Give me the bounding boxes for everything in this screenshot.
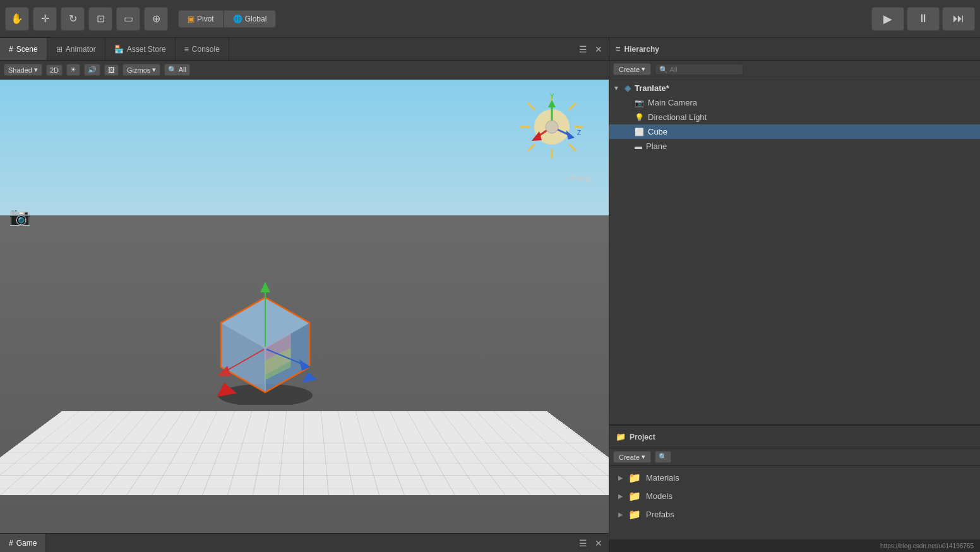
bottom-tab-close-icon[interactable]: ✕ bbox=[592, 537, 605, 549]
scene-tab-bar: # Scene ⊞ Animator 🏪 Asset Store ≡ Conso… bbox=[0, 38, 609, 61]
pivot-label: Pivot bbox=[197, 15, 214, 23]
scene-panel: # Scene ⊞ Animator 🏪 Asset Store ≡ Conso… bbox=[0, 38, 609, 552]
search-scene-button[interactable]: 🔍 All bbox=[164, 64, 190, 76]
svg-text:Y: Y bbox=[550, 93, 554, 100]
hierarchy-create-arrow-icon: ▾ bbox=[642, 65, 645, 73]
animator-tab-icon: ⊞ bbox=[56, 45, 63, 54]
cube-svg bbox=[208, 279, 322, 405]
top-toolbar: ✋ ✛ ↻ ⊡ ▭ ⊕ ▣ Pivot 🌐 Global ▶ ⏸ ⏭ bbox=[0, 0, 980, 38]
selected-cube[interactable] bbox=[208, 279, 322, 407]
game-tab-label: Game bbox=[16, 539, 37, 548]
animator-tab-label: Animator bbox=[66, 45, 96, 54]
root-expand-arrow-icon: ▼ bbox=[613, 85, 619, 92]
tab-animator[interactable]: ⊞ Animator bbox=[47, 38, 105, 60]
tab-bar-actions: ☰ ✕ bbox=[577, 38, 609, 60]
rect-tool-button[interactable]: ▭ bbox=[116, 7, 140, 31]
light-hierarchy-icon: 💡 bbox=[635, 113, 644, 122]
2d-button[interactable]: 2D bbox=[46, 64, 63, 76]
gizmos-dropdown[interactable]: Gizmos ▾ bbox=[122, 64, 160, 76]
project-create-button[interactable]: Create ▾ bbox=[613, 451, 651, 463]
grid-lines bbox=[0, 411, 609, 495]
project-search-button[interactable]: 🔍 bbox=[655, 451, 671, 463]
hierarchy-item-directional-light[interactable]: 💡 Directional Light bbox=[609, 110, 980, 124]
console-tab-icon: ≡ bbox=[184, 45, 189, 54]
gizmos-label: Gizmos bbox=[127, 66, 150, 74]
project-item-prefabs[interactable]: ▶ 📁 Prefabs bbox=[609, 505, 980, 524]
pause-icon: ⏸ bbox=[917, 12, 929, 25]
tab-asset-store[interactable]: 🏪 Asset Store bbox=[105, 38, 176, 60]
image-button[interactable]: 🖼 bbox=[104, 64, 119, 76]
folder-icon: 📁 bbox=[628, 508, 641, 520]
game-tab-icon: # bbox=[9, 539, 13, 548]
pivot-button[interactable]: ▣ Pivot bbox=[178, 10, 224, 28]
prefabs-label: Prefabs bbox=[646, 510, 674, 519]
svg-line-20 bbox=[528, 103, 535, 110]
tab-close-icon[interactable]: ✕ bbox=[592, 43, 605, 56]
play-controls: ▶ ⏸ ⏭ bbox=[871, 7, 975, 31]
tab-console[interactable]: ≡ Console bbox=[176, 38, 229, 60]
unity-logo-icon: ◈ bbox=[624, 83, 631, 93]
hierarchy-item-plane[interactable]: ▬ Plane bbox=[609, 139, 980, 153]
project-panel: 📁 Project Create ▾ 🔍 ▶ 📁 Materials ▶ � bbox=[609, 426, 980, 552]
hand-tool-button[interactable]: ✋ bbox=[5, 7, 29, 31]
hierarchy-item-cube[interactable]: ⬜ Cube bbox=[609, 124, 980, 139]
pivot-global-group: ▣ Pivot 🌐 Global bbox=[178, 10, 276, 28]
cube-hierarchy-icon: ⬜ bbox=[635, 128, 644, 136]
gizmos-arrow-icon: ▾ bbox=[152, 66, 156, 74]
project-icon: 📁 bbox=[616, 432, 626, 441]
bottom-tab-menu-icon[interactable]: ☰ bbox=[577, 537, 590, 549]
bottom-tab-actions: ☰ ✕ bbox=[577, 534, 609, 552]
main-camera-label: Main Camera bbox=[648, 98, 697, 107]
shaded-dropdown[interactable]: Shaded ▾ bbox=[4, 64, 42, 76]
global-button[interactable]: 🌐 Global bbox=[224, 10, 277, 28]
scene-tab-icon: # bbox=[9, 45, 13, 54]
step-button[interactable]: ⏭ bbox=[942, 7, 975, 31]
camera-hierarchy-icon: 📷 bbox=[635, 99, 644, 107]
sun-button[interactable]: ☀ bbox=[66, 64, 80, 76]
shaded-arrow-icon: ▾ bbox=[34, 66, 38, 74]
svg-line-23 bbox=[528, 144, 535, 151]
persp-label: < Persp bbox=[565, 174, 591, 183]
hierarchy-root-item[interactable]: ▼ ◈ Tranlate* bbox=[609, 81, 980, 95]
project-item-materials[interactable]: ▶ 📁 Materials bbox=[609, 469, 980, 487]
expand-arrow-icon: ▶ bbox=[618, 474, 623, 481]
hierarchy-tree: ▼ ◈ Tranlate* 📷 Main Camera 💡 Directiona… bbox=[609, 78, 980, 424]
tab-scene[interactable]: # Scene bbox=[0, 38, 47, 60]
hierarchy-create-button[interactable]: Create ▾ bbox=[613, 63, 651, 75]
materials-label: Materials bbox=[646, 473, 679, 483]
project-item-models[interactable]: ▶ 📁 Models bbox=[609, 487, 980, 505]
svg-marker-8 bbox=[260, 282, 270, 292]
move-tool-button[interactable]: ✛ bbox=[33, 7, 57, 31]
tab-menu-icon[interactable]: ☰ bbox=[577, 43, 590, 56]
gizmo-widget[interactable]: Y Z bbox=[514, 92, 590, 168]
asset-store-tab-label: Asset Store bbox=[127, 45, 166, 54]
cube-label: Cube bbox=[648, 127, 667, 136]
models-label: Models bbox=[646, 491, 672, 501]
plane-label: Plane bbox=[646, 141, 667, 151]
transform-tool-button[interactable]: ⊕ bbox=[144, 7, 168, 31]
hierarchy-panel: ≡ Hierarchy Create ▾ ▼ ◈ Tranlate* bbox=[609, 38, 980, 426]
hierarchy-item-main-camera[interactable]: 📷 Main Camera bbox=[609, 95, 980, 110]
audio-button[interactable]: 🔊 bbox=[84, 64, 100, 76]
scene-ground-plane bbox=[0, 411, 609, 495]
svg-line-21 bbox=[569, 144, 576, 151]
shaded-label: Shaded bbox=[8, 66, 32, 74]
folder-icon: 📁 bbox=[628, 490, 641, 502]
gizmo-svg: Y Z bbox=[514, 92, 590, 168]
rotate-tool-button[interactable]: ↻ bbox=[61, 7, 85, 31]
scene-tab-label: Scene bbox=[16, 45, 38, 54]
scale-tool-button[interactable]: ⊡ bbox=[88, 7, 112, 31]
console-tab-label: Console bbox=[192, 45, 220, 54]
hierarchy-search-input[interactable] bbox=[655, 64, 743, 75]
play-button[interactable]: ▶ bbox=[871, 7, 904, 31]
step-icon: ⏭ bbox=[953, 12, 964, 25]
project-create-arrow-icon: ▾ bbox=[642, 453, 645, 461]
expand-arrow-icon: ▶ bbox=[618, 511, 623, 518]
play-icon: ▶ bbox=[883, 12, 892, 26]
svg-point-30 bbox=[546, 121, 558, 133]
project-title: Project bbox=[630, 433, 655, 441]
hierarchy-header: ≡ Hierarchy bbox=[609, 38, 980, 61]
pause-button[interactable]: ⏸ bbox=[907, 7, 940, 31]
tab-game[interactable]: # Game bbox=[0, 534, 46, 552]
scene-viewport[interactable]: 📷 bbox=[0, 80, 609, 533]
